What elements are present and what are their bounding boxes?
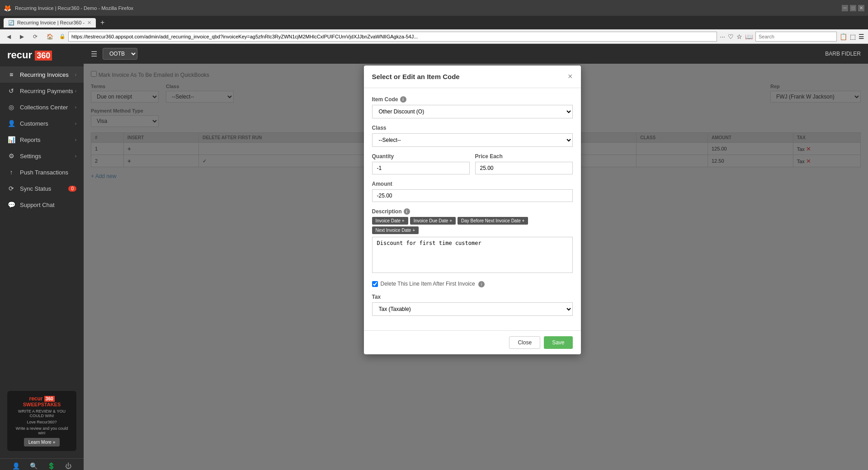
- recurring-payments-icon: ↺: [7, 87, 15, 94]
- sidebar-item-settings[interactable]: ⚙ Settings ›: [0, 148, 84, 164]
- bookmark-star-icon: ☆: [736, 33, 742, 40]
- chevron-right-icon-0: ›: [75, 72, 76, 77]
- modal-overlay: Select or Edit an Item Code × Item Code …: [84, 64, 868, 470]
- more-options-button[interactable]: ···: [720, 33, 725, 40]
- modal-body: Item Code i Other Discount (O) Class: [364, 88, 581, 330]
- modal-class-field: Class --Select--: [372, 125, 573, 147]
- sync-status-badge: 0: [68, 186, 76, 192]
- sidebar-label-settings: Settings: [20, 153, 41, 160]
- description-info-icon[interactable]: i: [404, 208, 410, 215]
- chevron-right-icon-5: ›: [75, 154, 76, 159]
- chevron-right-icon-2: ›: [75, 105, 76, 110]
- item-code-info-icon[interactable]: i: [400, 96, 406, 103]
- active-tab[interactable]: 🔄 Recurring Invoice | Recur360 - ✕: [4, 18, 96, 28]
- sweepstakes-title: SWEEPSTAKES: [12, 402, 72, 407]
- tab-bar: 🔄 Recurring Invoice | Recur360 - ✕ +: [0, 16, 868, 29]
- home-button[interactable]: 🏠: [43, 32, 57, 41]
- amount-field: Amount: [372, 181, 573, 202]
- url-input[interactable]: [68, 32, 717, 42]
- sidebar-label-collections: Collections Center: [20, 104, 68, 111]
- chevron-right-icon-3: ›: [75, 121, 76, 126]
- settings-icon: ⚙: [7, 152, 15, 160]
- save-modal-button[interactable]: Save: [544, 336, 572, 349]
- sidebar-label-push-transactions: Push Transactions: [20, 169, 68, 176]
- tax-select[interactable]: Tax (Taxable): [372, 302, 573, 316]
- sidebar-item-recurring-payments[interactable]: ↺ Recurring Payments ›: [0, 83, 84, 99]
- main-content: ☰ OOTB BARB FIDLER Mark Invoice As To Be…: [84, 44, 868, 470]
- page-body: Mark Invoice As To Be Emailed in QuickBo…: [84, 64, 868, 470]
- dollar-action-icon[interactable]: 💲: [47, 462, 55, 470]
- sidebar-label-sync-status: Sync Status: [20, 185, 51, 192]
- item-code-field: Item Code i Other Discount (O): [372, 96, 573, 118]
- item-code-modal: Select or Edit an Item Code × Item Code …: [364, 66, 581, 354]
- search-action-icon[interactable]: 🔍: [30, 462, 38, 470]
- browser-title: Recurring Invoice | Recur360 - Demo - Mo…: [15, 5, 133, 11]
- amount-label: Amount: [372, 181, 573, 187]
- description-field: Description i Invoice Date + Invoice Due…: [372, 208, 573, 274]
- hamburger-button[interactable]: ☰: [91, 50, 97, 58]
- description-tag-buttons: Invoice Date + Invoice Due Date + Day Be…: [372, 217, 573, 234]
- quantity-input[interactable]: [372, 162, 470, 174]
- close-button[interactable]: ✕: [858, 5, 864, 11]
- sidebar-item-customers[interactable]: 👤 Customers ›: [0, 115, 84, 132]
- power-action-icon[interactable]: ⏻: [65, 462, 71, 470]
- sidebar-label-reports: Reports: [20, 136, 41, 143]
- delete-checkbox[interactable]: [372, 281, 378, 287]
- learn-more-button[interactable]: Learn More »: [24, 438, 60, 446]
- modal-footer: Close Save: [364, 330, 581, 354]
- refresh-button[interactable]: ⟳: [30, 32, 41, 41]
- collections-center-icon: ◎: [7, 103, 15, 111]
- invoice-date-tag[interactable]: Invoice Date +: [372, 217, 408, 225]
- modal-close-button[interactable]: ×: [568, 72, 573, 81]
- description-textarea[interactable]: Discount for first time customer: [372, 237, 573, 273]
- item-code-select[interactable]: Other Discount (O): [372, 105, 573, 118]
- minimize-button[interactable]: ─: [842, 5, 848, 11]
- sweepstakes-box: recur 360 SWEEPSTAKES WRITE A REVIEW & Y…: [7, 391, 76, 451]
- reports-icon: 📊: [7, 136, 15, 143]
- price-each-input[interactable]: [475, 162, 573, 174]
- tax-field: Tax Tax (Taxable): [372, 294, 573, 316]
- user-action-icon[interactable]: 👤: [12, 462, 20, 470]
- push-transactions-icon: ↑: [7, 169, 15, 176]
- back-button[interactable]: ◀: [4, 32, 14, 41]
- recurring-invoices-icon: ≡: [7, 71, 15, 78]
- sidebar-item-push-transactions[interactable]: ↑ Push Transactions: [0, 164, 84, 180]
- tab-favicon: 🔄: [8, 20, 14, 26]
- sidebar-item-sync-status[interactable]: ⟳ Sync Status 0: [0, 180, 84, 197]
- tax-label: Tax: [372, 294, 573, 300]
- sync-status-icon: ⟳: [7, 185, 15, 192]
- chevron-right-icon-1: ›: [75, 89, 76, 94]
- close-modal-button[interactable]: Close: [509, 336, 540, 349]
- next-invoice-date-tag[interactable]: Next Invoice Date +: [372, 226, 419, 234]
- invoice-due-date-tag[interactable]: Invoice Due Date +: [410, 217, 456, 225]
- modal-class-select[interactable]: --Select--: [372, 133, 573, 147]
- user-name: BARB FIDLER: [825, 51, 861, 57]
- amount-input[interactable]: [372, 189, 573, 202]
- maximize-button[interactable]: □: [850, 5, 856, 11]
- new-tab-button[interactable]: +: [100, 19, 104, 27]
- tab-close-icon[interactable]: ✕: [87, 20, 91, 26]
- delete-info-icon[interactable]: i: [478, 281, 485, 287]
- synced-tabs-icon: 📋: [840, 33, 847, 40]
- org-select[interactable]: OOTB: [103, 48, 137, 60]
- browser-title-bar: 🦊 Recurring Invoice | Recur360 - Demo - …: [0, 0, 868, 16]
- sidebar-item-reports[interactable]: 📊 Reports ›: [0, 132, 84, 148]
- forward-button[interactable]: ▶: [17, 32, 27, 41]
- sidebar-item-collections-center[interactable]: ◎ Collections Center ›: [0, 99, 84, 115]
- sidebar-label-customers: Customers: [20, 120, 48, 127]
- search-input[interactable]: [755, 32, 837, 42]
- support-chat-icon: 💬: [7, 201, 15, 208]
- tab-label: Recurring Invoice | Recur360 -: [17, 20, 85, 25]
- qty-price-row: Quantity Price Each: [372, 153, 573, 181]
- sidebar-logo: recur 360: [0, 44, 84, 66]
- secure-icon: 🔒: [59, 33, 66, 39]
- sidebar: recur 360 ≡ Recurring Invoices › ↺ Recur…: [0, 44, 84, 470]
- sidebar-item-support-chat[interactable]: 💬 Support Chat: [0, 197, 84, 213]
- sidebar-item-recurring-invoices[interactable]: ≡ Recurring Invoices ›: [0, 66, 84, 83]
- quantity-field: Quantity: [372, 153, 470, 174]
- sweepstakes-subtitle: WRITE A REVIEW & YOU COULD WIN!: [12, 409, 72, 418]
- sidebar-label-recurring-invoices: Recurring Invoices: [20, 71, 69, 78]
- day-before-next-invoice-date-tag[interactable]: Day Before Next Invoice Date +: [458, 217, 528, 225]
- menu-icon: ☰: [859, 33, 864, 40]
- modal-class-label: Class: [372, 125, 573, 131]
